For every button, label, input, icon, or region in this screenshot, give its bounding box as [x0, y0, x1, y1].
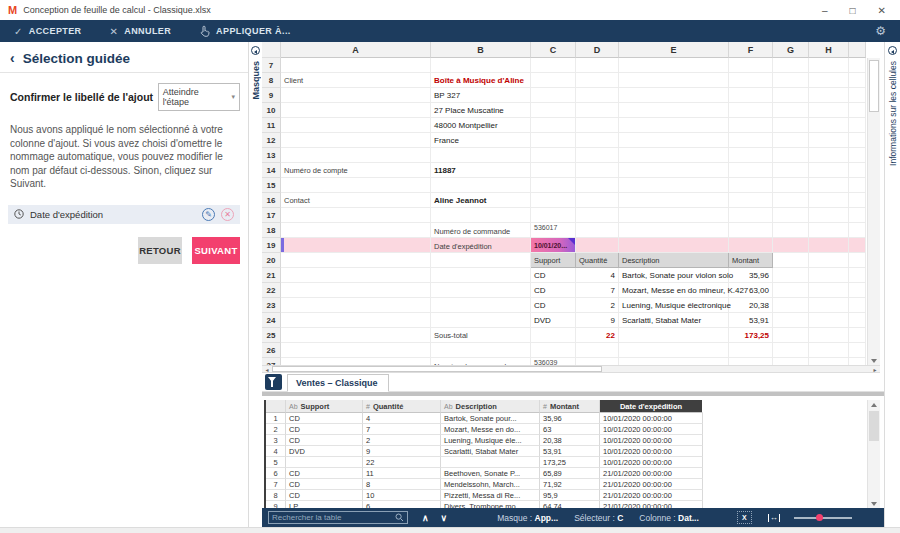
grid-row[interactable]: 4DVD9Scarlatti, Stabat Mater53,9110/01/2…	[266, 446, 703, 457]
sheet-cell[interactable]: Numéro de compte	[281, 163, 431, 178]
sheet-cell[interactable]	[281, 238, 431, 253]
row-number[interactable]: 13	[262, 148, 281, 163]
sheet-cell[interactable]	[849, 118, 866, 133]
row-number[interactable]: 7	[262, 58, 281, 73]
sheet-cell[interactable]	[729, 193, 773, 208]
sheet-cell[interactable]	[773, 73, 809, 88]
sheet-cell[interactable]	[531, 58, 576, 73]
sheet-cell[interactable]	[773, 253, 809, 268]
sheet-cell[interactable]: 11887	[431, 163, 531, 178]
scrollbar-thumb[interactable]	[272, 366, 602, 372]
sheet-cell[interactable]	[773, 223, 809, 238]
sheet-cell[interactable]	[809, 178, 849, 193]
sheet-cell[interactable]	[576, 208, 619, 223]
grid-cell[interactable]: 11	[363, 468, 441, 479]
grid-cell[interactable]: 21/01/2020 00:00:00	[600, 501, 703, 508]
sheet-cell[interactable]	[729, 148, 773, 163]
sheet-cell[interactable]	[619, 118, 729, 133]
sheet-cell[interactable]	[576, 163, 619, 178]
edit-icon[interactable]: ✎	[202, 208, 215, 221]
addition-name-field[interactable]: Date d'expédition ✎ ✕	[8, 205, 240, 224]
grid-row[interactable]: 9LP6Divers, Trombone mo...64,7421/01/202…	[266, 501, 703, 508]
sheet-cell[interactable]	[809, 163, 849, 178]
sheet-cell[interactable]	[849, 223, 866, 238]
sheet-cell[interactable]	[729, 223, 773, 238]
sheet-cell[interactable]: France	[431, 133, 531, 148]
grid-cell[interactable]: 8	[363, 479, 441, 490]
sheet-cell[interactable]: 173,25	[729, 328, 773, 343]
sheet-cell[interactable]	[773, 133, 809, 148]
grid-cell[interactable]: 21/01/2020 00:00:00	[600, 468, 703, 479]
minimize-icon[interactable]: –	[822, 5, 828, 16]
sheet-cell[interactable]: 35,96	[729, 268, 773, 283]
sheet-cell[interactable]	[531, 73, 576, 88]
sheet-cell[interactable]	[281, 88, 431, 103]
column-header-H[interactable]: H	[809, 42, 849, 58]
grid-cell[interactable]: Scarlatti, Stabat Mater	[441, 446, 540, 457]
sheet-cell[interactable]	[773, 238, 809, 253]
sheet-cell[interactable]: 63,00	[729, 283, 773, 298]
sheet-cell[interactable]	[729, 103, 773, 118]
sheet-cell[interactable]	[809, 358, 849, 365]
goto-step-dropdown[interactable]: Atteindre l'étape ▾	[158, 83, 240, 111]
grid-cell[interactable]: Beethoven, Sonate P...	[441, 468, 540, 479]
sheet-cell[interactable]	[849, 148, 866, 163]
sheet-cell[interactable]	[531, 118, 576, 133]
sheet-cell[interactable]: Contact	[281, 193, 431, 208]
sheet-cell[interactable]	[619, 193, 729, 208]
grid-cell[interactable]: Pizzetti, Messa di Re...	[441, 490, 540, 501]
grid-cell[interactable]: Mendelssohn, March...	[441, 479, 540, 490]
sheet-cell[interactable]	[431, 208, 531, 223]
scroll-up-icon[interactable]	[868, 400, 880, 409]
grid-cell[interactable]: LP	[286, 501, 363, 508]
grid-cell[interactable]: 6	[363, 501, 441, 508]
grid-cell[interactable]: 10/01/2020 00:00:00	[600, 446, 703, 457]
row-number[interactable]: 10	[262, 103, 281, 118]
fit-width-icon[interactable]: ↔	[768, 513, 780, 522]
sheet-cell[interactable]	[773, 208, 809, 223]
row-number[interactable]: 24	[262, 313, 281, 328]
sheet-cell[interactable]	[431, 58, 531, 73]
sheet-cell[interactable]	[531, 328, 576, 343]
sheet-cell[interactable]	[809, 208, 849, 223]
cell-info-tab-label[interactable]: Informations sur les cellules	[888, 61, 898, 166]
sheet-cell[interactable]: Sous-total	[431, 328, 531, 343]
row-number[interactable]: 12	[262, 133, 281, 148]
sheet-cell[interactable]	[619, 73, 729, 88]
column-header-D[interactable]: D	[576, 42, 619, 58]
row-number[interactable]: 26	[262, 343, 281, 358]
sheet-vertical-scrollbar[interactable]	[867, 58, 880, 365]
grid-cell[interactable]: 10	[363, 490, 441, 501]
sheet-cell[interactable]	[729, 163, 773, 178]
row-number[interactable]: 11	[262, 118, 281, 133]
sheet-horizontal-scrollbar[interactable]: ◂ ▸	[262, 365, 880, 373]
row-number[interactable]: 9	[262, 88, 281, 103]
sheet-cell[interactable]	[431, 313, 531, 328]
previous-match-icon[interactable]: ∧	[422, 513, 429, 523]
column-header-spacer[interactable]	[849, 42, 866, 58]
sheet-cell[interactable]	[809, 118, 849, 133]
sheet-cell[interactable]	[431, 268, 531, 283]
sheet-cell[interactable]	[849, 343, 866, 358]
grid-cell[interactable]: 63	[540, 424, 600, 435]
grid-cell[interactable]: CD	[286, 424, 363, 435]
grid-cell[interactable]: 20,38	[540, 435, 600, 446]
sheet-cell[interactable]	[281, 358, 431, 365]
grid-cell[interactable]: CD	[286, 479, 363, 490]
sheet-cell[interactable]: 22	[576, 328, 619, 343]
sheet-cell[interactable]	[849, 163, 866, 178]
sheet-cell[interactable]	[773, 58, 809, 73]
sheet-cell[interactable]	[619, 133, 729, 148]
sheet-cell[interactable]	[809, 268, 849, 283]
grid-cell[interactable]: 21/01/2020 00:00:00	[600, 479, 703, 490]
sheet-cell[interactable]: DVD	[531, 313, 576, 328]
sheet-cell[interactable]	[809, 58, 849, 73]
sheet-cell[interactable]	[281, 103, 431, 118]
sheet-cell[interactable]	[849, 193, 866, 208]
sheet-cell[interactable]: Client	[281, 73, 431, 88]
sheet-cell[interactable]: 20,38	[729, 298, 773, 313]
grid-cell[interactable]: 71,92	[540, 479, 600, 490]
grid-cell[interactable]: 22	[363, 457, 441, 468]
sheet-cell[interactable]	[281, 208, 431, 223]
table-search-box[interactable]	[268, 511, 408, 524]
